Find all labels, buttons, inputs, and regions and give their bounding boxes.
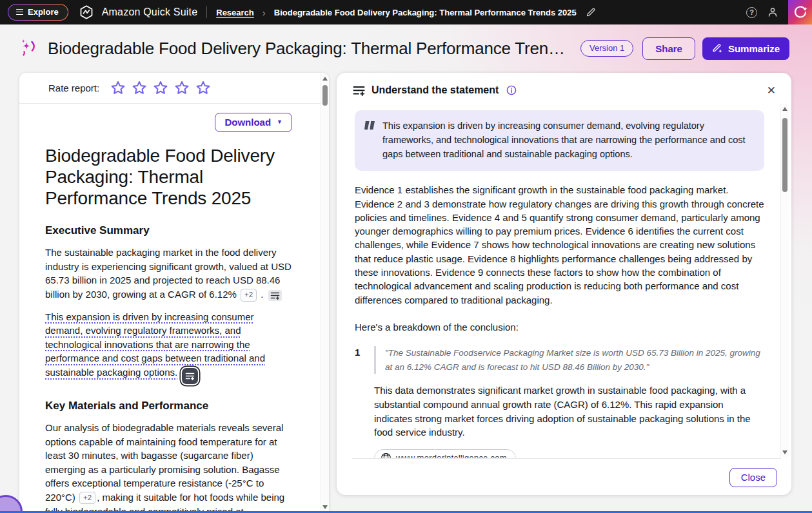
evidence-number: 1 <box>355 346 364 374</box>
source-url: www.mordorintelligence.com <box>396 453 507 458</box>
summarize-inline-icon[interactable] <box>268 290 282 301</box>
key-materials-paragraph: Our analysis of biodegradable materials … <box>45 421 292 512</box>
rating-star-1[interactable] <box>110 80 126 97</box>
understand-scrollbar[interactable] <box>780 104 789 458</box>
summarize-lines-icon <box>353 85 365 96</box>
evidence-quote: "The Sustainable Foodservice Packaging M… <box>374 346 764 374</box>
summarize-active-icon[interactable] <box>182 368 198 384</box>
understand-header: Understand the statement ✕ <box>337 73 791 104</box>
user-icon[interactable] <box>767 6 778 18</box>
executive-summary-paragraph: The sustainable packaging market in the … <box>45 246 292 301</box>
quick-suite-logo-icon[interactable] <box>79 5 94 20</box>
page-title: Biodegradable Food Delivery Packaging: T… <box>48 39 571 59</box>
evidence-explanation: This data demonstrates significant marke… <box>374 383 764 440</box>
header-actions: Share Summarize <box>642 37 789 60</box>
explore-label: Explore <box>28 7 59 17</box>
understand-body: This expansion is driven by increasing c… <box>337 104 791 458</box>
caret-down-icon: ▼ <box>277 119 282 125</box>
understand-title: Understand the statement <box>371 84 499 96</box>
rating-star-2[interactable] <box>131 80 148 97</box>
exec-period: . <box>258 289 266 300</box>
breadcrumb-title: Biodegradable Food Delivery Packaging: T… <box>274 8 577 17</box>
edit-title-pencil-icon[interactable] <box>586 7 596 17</box>
amazon-q-app-icon[interactable] <box>788 0 812 24</box>
globe-icon <box>381 452 391 458</box>
close-icon[interactable]: ✕ <box>766 84 777 97</box>
evidence-item: 1 "The Sustainable Foodservice Packaging… <box>355 346 764 374</box>
scroll-down-arrow-icon[interactable] <box>322 505 328 509</box>
section-heading-key-materials: Key Materials and Performance <box>45 400 292 412</box>
download-label: Download <box>224 117 271 128</box>
pencil-sparkle-icon <box>712 43 723 54</box>
chevron-right-icon: › <box>262 7 266 18</box>
rate-report-label: Rate report: <box>48 82 99 93</box>
understand-panel: Understand the statement ✕ This expansio… <box>337 73 791 495</box>
menu-hamburger-icon <box>16 9 23 15</box>
info-icon[interactable] <box>506 85 517 95</box>
source-link-chip[interactable]: www.mordorintelligence.com <box>374 449 516 458</box>
rating-star-5[interactable] <box>195 80 212 97</box>
footer-divider <box>352 458 781 459</box>
section-heading-executive-summary: Executive Summary <box>45 224 292 237</box>
close-button[interactable]: Close <box>729 468 777 487</box>
summarize-label: Summarize <box>728 43 780 54</box>
understand-footer: Close <box>337 458 791 495</box>
document-viewport: Download ▼ Biodegradable Food Delivery P… <box>19 104 329 512</box>
underlined-statement[interactable]: This expansion is driven by increasing c… <box>45 311 265 378</box>
rating-star-4[interactable] <box>173 80 190 97</box>
star-rating <box>110 80 212 97</box>
page-header: Biodegradable Food Delivery Packaging: T… <box>0 24 812 72</box>
report-scrollbar[interactable] <box>321 73 329 512</box>
topbar: Explore Amazon Quick Suite Research › Bi… <box>0 0 812 24</box>
document-title: Biodegradable Food Delivery Packaging: T… <box>45 146 292 209</box>
scroll-up-arrow-icon[interactable] <box>782 107 787 111</box>
help-icon[interactable]: ? <box>746 7 757 18</box>
explore-button[interactable]: Explore <box>8 4 68 21</box>
summarize-button[interactable]: Summarize <box>702 37 789 60</box>
download-button[interactable]: Download ▼ <box>215 113 292 132</box>
quote-mark-icon <box>364 121 375 161</box>
report-panel: Rate report: Download ▼ Biodegradable Fo… <box>19 73 329 512</box>
evidence-analysis-paragraph: Evidence 1 establishes the significant g… <box>355 183 764 307</box>
breadcrumb-research-link[interactable]: Research <box>216 8 254 17</box>
statement-quote-block: This expansion is driven by increasing c… <box>355 110 764 171</box>
scrollbar-thumb[interactable] <box>322 85 328 106</box>
version-badge[interactable]: Version 1 <box>580 40 633 57</box>
scroll-down-arrow-icon[interactable] <box>782 450 787 454</box>
share-button[interactable]: Share <box>642 37 695 60</box>
citation-count-badge[interactable]: +2 <box>241 289 257 302</box>
statement-quote-text: This expansion is driven by increasing c… <box>382 119 751 161</box>
research-sparkle-icon <box>19 38 39 59</box>
topbar-divider <box>206 6 207 18</box>
rating-star-3[interactable] <box>152 80 169 97</box>
materials-text-1: Our analysis of biodegradable materials … <box>45 422 283 503</box>
scrollbar-thumb[interactable] <box>782 118 787 192</box>
brand-name: Amazon Quick Suite <box>102 6 198 18</box>
scroll-up-arrow-icon[interactable] <box>322 77 328 81</box>
breakdown-label: Here's a breakdown of the conclusion: <box>355 322 764 333</box>
citation-count-badge[interactable]: +2 <box>79 492 95 505</box>
topbar-right-actions: ? <box>746 0 812 24</box>
rate-report-row: Rate report: <box>19 73 329 104</box>
highlighted-statement-paragraph[interactable]: This expansion is driven by increasing c… <box>45 310 292 384</box>
